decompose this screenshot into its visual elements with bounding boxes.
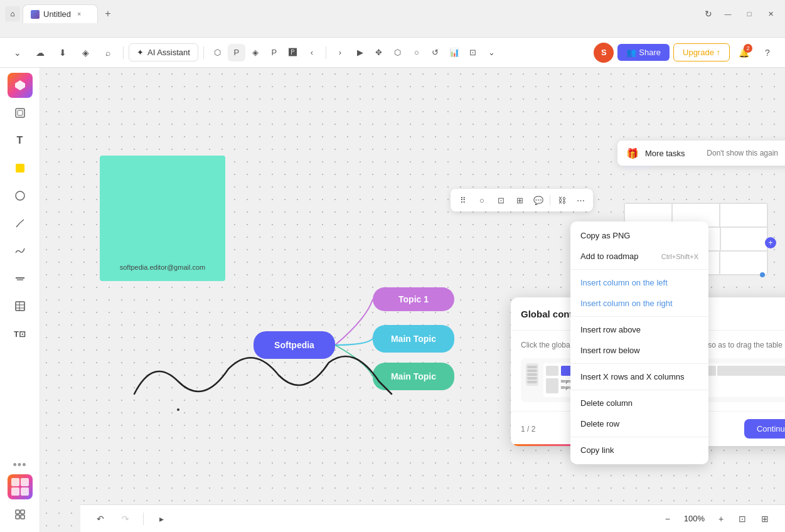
tool-icon-3[interactable]: ◈ [247, 44, 264, 61]
main-area: T T⊡ ••• [0, 68, 785, 532]
ctx-copy-link[interactable]: Copy link [570, 440, 708, 460]
mt-more-btn[interactable]: ⋯ [572, 191, 589, 209]
mt-inner-frame-btn[interactable]: ⊞ [511, 191, 528, 209]
sidebar-shapes[interactable] [8, 183, 33, 208]
prev-sb-1 [527, 366, 537, 368]
shapes-tool[interactable]: ⬡ [389, 44, 407, 61]
ctx-insert-col-right[interactable]: Insert column on the right [570, 293, 708, 314]
refresh-btn[interactable]: ↻ [701, 6, 716, 21]
ctx-insert-row-above[interactable]: Insert row above [570, 319, 708, 340]
sidebar-apps[interactable] [8, 474, 33, 499]
tag-btn[interactable]: ◈ [75, 43, 95, 63]
upgrade-label: Upgrade ↑ [683, 48, 720, 57]
ctx-delete-row[interactable]: Delete row [570, 413, 708, 434]
sidebar-frames[interactable] [8, 100, 33, 125]
ctx-copy-png[interactable]: Copy as PNG [570, 225, 708, 246]
divider3 [326, 46, 326, 59]
active-tab[interactable]: Untitled × [23, 4, 98, 23]
mt-link-btn[interactable]: ⛓ [553, 191, 570, 209]
share-btn[interactable]: 👥 Share [617, 44, 670, 61]
resize-handle[interactable] [760, 272, 765, 277]
search-btn[interactable]: ⌕ [98, 43, 118, 63]
window-controls: ↻ — □ ✕ [701, 6, 780, 21]
prev-sb-5 [527, 381, 537, 383]
cursor-tool[interactable]: ✥ [370, 44, 388, 61]
tool-icon-4[interactable]: P [265, 44, 283, 61]
right-toolbar: S 👥 Share Upgrade ↑ 🔔 2 ? [594, 43, 777, 63]
sidebar-table[interactable] [8, 294, 33, 319]
sidebar-bottom-icon[interactable] [8, 502, 33, 527]
sidebar-eraser[interactable] [8, 266, 33, 291]
canvas-area[interactable]: 🎁 More tasks Don't show this again × sof… [40, 68, 785, 532]
zoom-level[interactable]: 100% [679, 511, 710, 526]
mt-drag-btn[interactable]: ⠿ [454, 191, 472, 209]
ctx-insert-x-rows[interactable]: Insert X rows and X columns [570, 366, 708, 387]
sidebar-text[interactable]: T [8, 128, 33, 153]
redo-btn[interactable]: ↷ [115, 509, 136, 529]
upgrade-btn[interactable]: Upgrade ↑ [673, 43, 730, 61]
more-tools-btn[interactable]: › [331, 44, 349, 61]
circle-tool[interactable]: ○ [408, 44, 425, 61]
tool-icon-1[interactable]: ⬡ [209, 44, 227, 61]
svg-rect-13 [21, 515, 24, 519]
sidebar-template[interactable]: T⊡ [8, 321, 33, 346]
download-btn[interactable]: ⬇ [53, 43, 73, 63]
home-icon[interactable]: ⌂ [5, 6, 20, 21]
ctx-insert-row-below-label: Insert row below [580, 346, 640, 355]
tab-close-btn[interactable]: × [75, 10, 83, 19]
mt-frame-btn[interactable]: ⊡ [492, 191, 510, 209]
svg-rect-1 [18, 110, 23, 115]
fit-screen-btn[interactable]: ⊡ [732, 509, 752, 529]
dont-show-btn[interactable]: Don't show this again [707, 149, 778, 157]
ctx-divider-1 [570, 269, 708, 270]
sidebar-sticky[interactable] [8, 156, 33, 181]
ctx-copy-link-label: Copy link [580, 445, 614, 455]
table-cell-1-3[interactable] [720, 203, 767, 227]
grid-view-btn[interactable]: ⊞ [755, 509, 775, 529]
frame-tool[interactable]: ⊡ [464, 44, 482, 61]
cursor-mode-btn[interactable]: ▸ [151, 509, 171, 529]
mini-toolbar: ⠿ ○ ⊡ ⊞ 💬 ⛓ ⋯ [451, 189, 593, 211]
table-cell-2-3[interactable] [720, 227, 767, 251]
sidebar-brand[interactable] [8, 73, 33, 98]
sync-tool[interactable]: ↺ [427, 44, 444, 61]
ctx-divider-2 [570, 316, 708, 317]
cloud-sync-btn[interactable]: ☁ [30, 43, 50, 63]
zoom-out-btn[interactable]: − [659, 510, 676, 528]
tools-more[interactable]: ⌄ [483, 44, 501, 61]
ctx-delete-col-label: Delete column [580, 398, 633, 408]
ctx-add-roadmap[interactable]: Add to roadmap Ctrl+Shift+X [570, 246, 708, 267]
tool-icon-5[interactable]: 🅿 [284, 44, 302, 61]
continue-btn[interactable]: Continue [744, 419, 785, 439]
mt-circle-btn[interactable]: ○ [473, 191, 491, 209]
new-tab-btn[interactable]: + [100, 6, 115, 21]
ai-assistant-btn[interactable]: ✦ AI Assistant [129, 43, 198, 61]
sticky-note-email: softpedia.editor@gmail.com [120, 263, 206, 271]
table-cell-3-3[interactable] [720, 251, 767, 275]
maximize-btn[interactable]: □ [740, 6, 759, 21]
ctx-delete-col[interactable]: Delete column [570, 393, 708, 413]
ctx-insert-row-below[interactable]: Insert row below [570, 340, 708, 361]
zoom-in-btn[interactable]: + [712, 510, 730, 528]
tool-icon-2[interactable]: P [228, 44, 245, 61]
close-btn[interactable]: ✕ [761, 6, 780, 21]
notifications-btn[interactable]: 🔔 2 [734, 43, 754, 63]
divider1 [123, 46, 124, 59]
undo-btn[interactable]: ↶ [90, 509, 110, 529]
mt-comment-btn[interactable]: 💬 [530, 191, 547, 209]
ctx-insert-col-left[interactable]: Insert column on the left [570, 272, 708, 293]
user-avatar[interactable]: S [594, 43, 614, 63]
minimize-btn[interactable]: — [718, 6, 737, 21]
collapse-btn[interactable]: ‹ [303, 44, 321, 61]
sidebar-pen[interactable] [8, 211, 33, 236]
divider2 [203, 46, 204, 59]
sidebar-draw[interactable] [8, 238, 33, 263]
sidebar-more-dots[interactable]: ••• [13, 459, 27, 472]
chevron-down-btn[interactable]: ⌄ [8, 43, 28, 63]
add-column-btn[interactable]: + [765, 237, 776, 248]
play-btn[interactable]: ▶ [351, 44, 369, 61]
mindmap-topic1-node[interactable]: Topic 1 [373, 287, 454, 311]
help-btn[interactable]: ? [757, 43, 777, 63]
sticky-note[interactable]: softpedia.editor@gmail.com [100, 156, 225, 281]
chart-tool[interactable]: 📊 [446, 44, 463, 61]
